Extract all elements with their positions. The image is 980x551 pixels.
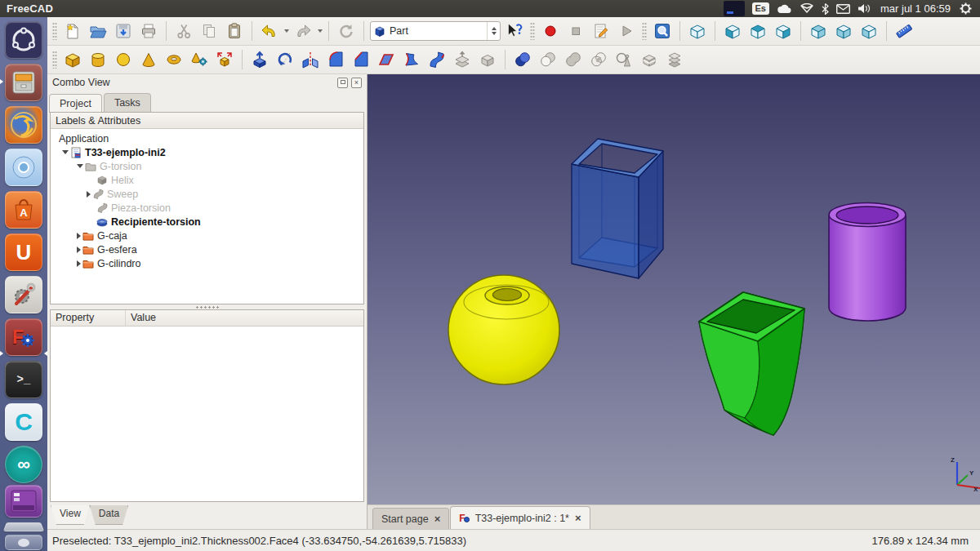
part-boolean-button[interactable]	[511, 48, 534, 71]
macro-record-button[interactable]	[539, 20, 562, 42]
print-button[interactable]	[137, 20, 160, 42]
tree-item-application[interactable]: Application	[54, 131, 363, 145]
expander-icon[interactable]	[77, 164, 83, 168]
workbench-selector[interactable]: Part	[370, 21, 501, 41]
part-section-button[interactable]	[612, 48, 635, 71]
column-property[interactable]: Property	[51, 310, 126, 326]
clock[interactable]: mar jul 1 06:59	[879, 2, 952, 15]
part-box-button[interactable]	[61, 48, 84, 71]
launcher-item-arduino[interactable]: ∞	[5, 446, 42, 483]
tree-item-g-torsion[interactable]: G-torsion	[54, 159, 363, 173]
redo-dropdown-arrow[interactable]	[318, 29, 323, 33]
bluetooth-icon[interactable]	[822, 3, 829, 15]
tree-item-g-caja[interactable]: G-caja	[54, 229, 363, 242]
part-boolean-cut-button[interactable]	[537, 48, 559, 71]
3d-scene[interactable]	[368, 74, 980, 504]
part-torus-button[interactable]	[163, 48, 185, 71]
view-right-button[interactable]	[772, 20, 795, 42]
tab-data[interactable]: Data	[90, 505, 128, 525]
session-gear-icon[interactable]	[960, 2, 972, 15]
volume-icon[interactable]	[858, 3, 871, 14]
tab-close-icon[interactable]: ×	[575, 513, 581, 523]
part-thickness-button[interactable]	[476, 48, 499, 71]
tab-tasks[interactable]: Tasks	[104, 93, 151, 112]
part-cylinder-button[interactable]	[87, 48, 109, 71]
part-loft-button[interactable]	[425, 48, 448, 71]
column-value[interactable]: Value	[126, 310, 363, 326]
tab-project[interactable]: Project	[49, 94, 102, 113]
tree-item-pieza-torsion[interactable]: Pieza-torsion	[54, 201, 363, 215]
tree-item-helix[interactable]: Helix	[54, 173, 363, 187]
window-thumbnail-icon[interactable]	[724, 1, 745, 16]
launcher-item-terminal[interactable]: >_	[5, 361, 42, 398]
document-tab-start-page[interactable]: Start page ×	[372, 508, 449, 529]
launcher-item-dash[interactable]	[5, 21, 42, 59]
part-chamfer-button[interactable]	[350, 48, 372, 71]
view-bottom-button[interactable]	[832, 20, 855, 42]
part-extrude-button[interactable]	[248, 48, 271, 71]
mail-icon[interactable]	[836, 4, 850, 14]
macro-play-button[interactable]	[615, 20, 638, 42]
part-boolean-union-button[interactable]	[562, 48, 585, 71]
macro-edit-button[interactable]	[590, 20, 612, 42]
expander-icon[interactable]	[62, 150, 69, 154]
cloud-icon[interactable]	[777, 3, 792, 14]
launcher-item-media-app[interactable]	[5, 485, 42, 518]
expander-icon[interactable]	[77, 247, 81, 253]
toolbar-handle[interactable]	[52, 51, 57, 69]
tree-item-document[interactable]: T33-ejemplo-ini2	[54, 145, 363, 159]
tab-close-icon[interactable]: ×	[434, 513, 441, 524]
part-shape-builder-button[interactable]	[213, 48, 236, 71]
document-tab-t33[interactable]: F T33-ejemplo-ini2 : 1* ×	[450, 506, 590, 529]
keyboard-layout-indicator[interactable]: Es	[752, 2, 769, 15]
part-compound-button[interactable]	[663, 48, 686, 71]
expander-icon[interactable]	[77, 233, 81, 239]
expander-icon[interactable]	[77, 260, 81, 267]
cut-button[interactable]	[172, 20, 195, 42]
tree-item-recipiente-torsion[interactable]: Recipiente-torsion	[54, 215, 363, 229]
purple-cylinder-container[interactable]	[829, 203, 906, 322]
part-make-face-button[interactable]	[375, 48, 398, 71]
3d-viewport[interactable]: Z Y X	[368, 74, 980, 504]
tree-item-g-esfera[interactable]: G-esfera	[54, 242, 363, 256]
whats-this-button[interactable]	[503, 20, 526, 42]
paste-button[interactable]	[223, 20, 246, 42]
part-mirror-button[interactable]	[299, 48, 322, 71]
part-revolve-button[interactable]	[274, 48, 296, 71]
launcher-item-software-center[interactable]: A	[5, 191, 42, 229]
macro-stop-button[interactable]	[564, 20, 587, 42]
toolbar-handle[interactable]	[642, 22, 647, 40]
toolbar-handle[interactable]	[530, 22, 535, 40]
launcher-item-freecad[interactable]: F	[5, 318, 42, 356]
toolbar-handle[interactable]	[52, 22, 57, 40]
part-fillet-button[interactable]	[324, 48, 347, 71]
part-boolean-intersection-button[interactable]	[587, 48, 610, 71]
part-cross-sections-button[interactable]	[638, 48, 661, 71]
undo-button[interactable]	[258, 20, 281, 42]
new-document-button[interactable]	[61, 20, 84, 42]
redo-button[interactable]	[292, 20, 314, 42]
launcher-item-c-ide[interactable]: C	[5, 403, 42, 441]
measure-distance-button[interactable]	[893, 20, 915, 42]
copy-button[interactable]	[198, 20, 220, 42]
launcher-item-ubuntu-one[interactable]: U	[5, 233, 42, 271]
panel-close-button[interactable]: ×	[351, 78, 362, 88]
view-top-button[interactable]	[746, 20, 769, 42]
expander-icon[interactable]	[87, 191, 91, 198]
wifi-icon[interactable]	[800, 3, 814, 14]
view-rear-button[interactable]	[807, 20, 830, 42]
launcher-item-app-stack[interactable]	[3, 522, 45, 531]
yellow-sphere-container[interactable]	[448, 275, 559, 384]
view-front-button[interactable]	[721, 20, 744, 42]
part-cone-button[interactable]	[137, 48, 160, 71]
panel-float-button[interactable]	[337, 78, 348, 88]
open-document-button[interactable]	[87, 20, 109, 42]
save-document-button[interactable]	[112, 20, 135, 42]
part-offset-button[interactable]	[451, 48, 474, 71]
part-ruled-surface-button[interactable]	[400, 48, 423, 71]
launcher-item-chromium[interactable]	[5, 149, 42, 186]
undo-dropdown-arrow[interactable]	[284, 29, 289, 33]
tree-item-sweep[interactable]: Sweep	[54, 187, 363, 201]
tab-view[interactable]: View	[51, 505, 90, 525]
launcher-item-firefox[interactable]	[5, 106, 42, 144]
